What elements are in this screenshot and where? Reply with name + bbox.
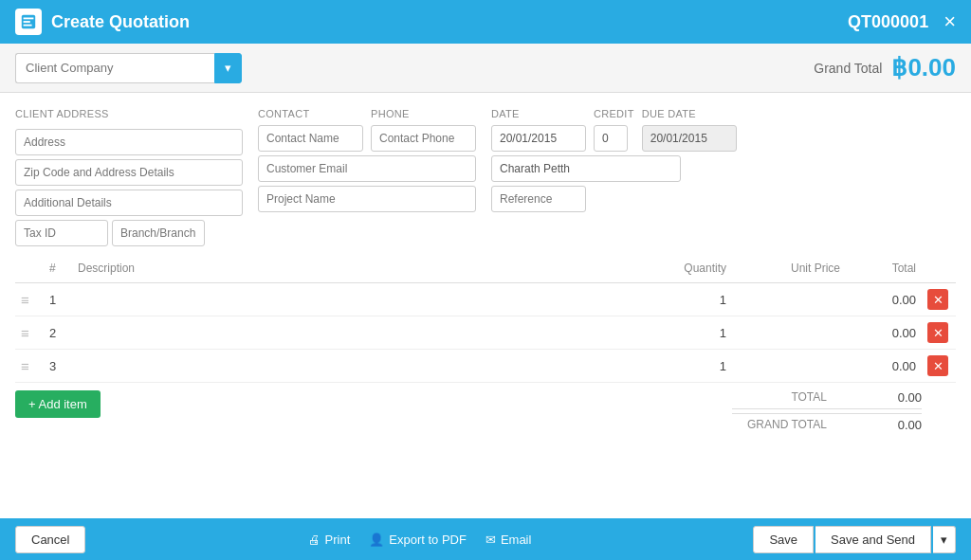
table-area: # Description Quantity Unit Price Total … [0,254,971,518]
project-name-input[interactable] [258,186,476,212]
branch-input[interactable] [112,220,205,246]
footer-right: Save Save and Send ▾ [753,526,956,553]
drag-handle[interactable]: ≡ [15,350,44,383]
date-group: Date [491,108,586,152]
col-drag [15,254,44,283]
due-date-input[interactable] [642,125,737,152]
contact-label: Contact [258,108,363,119]
drag-handle[interactable]: ≡ [15,316,44,350]
export-action[interactable]: 👤 Export to PDF [369,533,467,547]
delete-row-button[interactable]: ✕ [927,289,948,310]
col-hash: # [44,254,72,283]
due-date-label: Due Date [642,108,737,119]
footer-left: Cancel [15,526,85,553]
contact-name-input[interactable] [258,125,363,152]
page-title: Create Quotation [51,12,190,32]
date-column: Date Credit Due Date [491,108,737,246]
row-delete-cell: ✕ [922,350,956,383]
quotation-number: QT000001 [848,12,928,32]
client-address-label: Client Address [15,108,243,119]
header: Create Quotation QT000001 × [0,0,971,44]
customer-email-input[interactable] [258,155,476,182]
due-date-group: Due Date [642,108,737,152]
additional-details-input[interactable] [15,190,243,216]
row-quantity: 1 [637,283,732,316]
col-total: Total [846,254,922,283]
row-number: 1 [44,283,72,316]
save-button[interactable]: Save [753,526,814,553]
table-row: ≡ 1 1 0.00 ✕ [15,283,956,316]
row-number: 2 [44,316,72,350]
close-button[interactable]: × [944,11,956,32]
row-total: 0.00 [846,316,922,350]
row-unit-price [732,316,846,350]
top-bar: ▾ Grand Total ฿0.00 [0,44,971,93]
contact-phone-input[interactable] [371,125,476,152]
drag-handle[interactable]: ≡ [15,283,44,316]
add-item-button[interactable]: + Add item [15,390,101,418]
phone-label: Phone [371,108,476,119]
footer-center: 🖨 Print 👤 Export to PDF ✉ Email [308,533,532,547]
email-label: Email [501,533,532,547]
row-description[interactable] [72,316,637,350]
print-action[interactable]: 🖨 Print [308,533,351,547]
credit-label: Credit [594,108,634,119]
row-description[interactable] [72,350,637,383]
row-quantity: 1 [637,350,732,383]
client-company-input[interactable] [15,53,214,83]
grand-total-row: GRAND TOTAL 0.00 [732,413,922,432]
contact-phone-group: Phone [371,108,476,152]
col-delete [922,254,956,283]
grand-total-value: ฿0.00 [891,53,956,82]
grand-total-display: Grand Total ฿0.00 [814,53,956,82]
row-description[interactable] [72,283,637,316]
app-icon [15,9,42,35]
items-table: # Description Quantity Unit Price Total … [15,254,956,383]
grand-total-label: Grand Total [814,61,882,76]
reference-input[interactable] [491,186,586,212]
client-address-column: Client Address [15,108,243,246]
save-and-send-button[interactable]: Save and Send [815,526,931,553]
print-icon: 🖨 [308,533,321,547]
cancel-button[interactable]: Cancel [15,526,85,553]
col-quantity: Quantity [637,254,732,283]
zip-input[interactable] [15,159,243,186]
email-icon: ✉ [486,533,496,547]
delete-row-button[interactable]: ✕ [927,322,948,343]
tax-id-input[interactable] [15,220,108,246]
company-select-wrapper: ▾ [15,53,242,83]
row-delete-cell: ✕ [922,283,956,316]
row-total: 0.00 [846,283,922,316]
credit-group: Credit [594,108,634,152]
col-description: Description [72,254,637,283]
row-total: 0.00 [846,350,922,383]
svg-rect-2 [24,21,30,23]
credit-input[interactable] [594,125,628,152]
total-row: TOTAL 0.00 [732,390,922,405]
footer: Cancel 🖨 Print 👤 Export to PDF ✉ Email S… [0,518,971,560]
row-unit-price [732,350,846,383]
total-value: 0.00 [865,390,922,405]
date-label: Date [491,108,586,119]
tax-branch-row [15,220,243,246]
col-unit-price: Unit Price [732,254,846,283]
svg-rect-1 [24,18,34,20]
row-number: 3 [44,350,72,383]
contact-name-group: Contact [258,108,363,152]
row-unit-price [732,283,846,316]
export-icon: 👤 [369,533,384,547]
grand-total-table-label: GRAND TOTAL [732,418,827,432]
header-left: Create Quotation [15,9,190,35]
email-action[interactable]: ✉ Email [486,533,532,547]
charath-input[interactable] [491,155,681,182]
row-delete-cell: ✕ [922,316,956,350]
delete-row-button[interactable]: ✕ [927,355,948,376]
address-input[interactable] [15,129,243,155]
date-input[interactable] [491,125,586,152]
table-row: ≡ 2 1 0.00 ✕ [15,316,956,350]
export-label: Export to PDF [389,533,467,547]
svg-rect-3 [24,25,32,27]
save-dropdown-button[interactable]: ▾ [933,526,956,553]
row-quantity: 1 [637,316,732,350]
company-dropdown-button[interactable]: ▾ [214,53,242,83]
